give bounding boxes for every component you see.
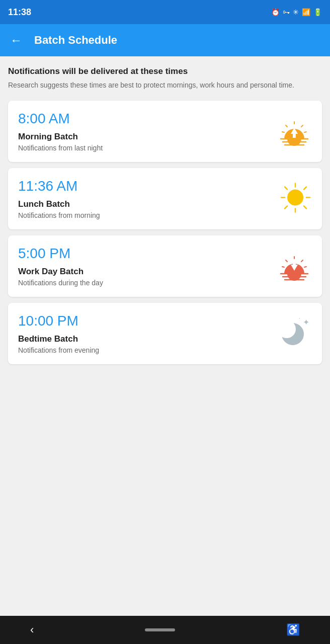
svg-line-10	[282, 132, 284, 132]
svg-line-9	[304, 132, 306, 132]
accessibility-button[interactable]: ♿	[286, 623, 300, 636]
svg-rect-26	[293, 261, 296, 265]
morning-batch-card[interactable]: 8:00 AM Morning Batch Notifications from…	[8, 101, 322, 162]
svg-line-18	[285, 206, 287, 208]
svg-line-17	[304, 187, 306, 189]
lunch-sun-icon	[279, 181, 312, 216]
morning-sun-icon	[277, 113, 312, 150]
svg-line-16	[304, 206, 306, 208]
svg-line-30	[304, 267, 306, 267]
bedtime-batch-name: Bedtime Batch	[18, 334, 312, 344]
morning-batch-desc: Notifications from last night	[18, 144, 312, 152]
workday-batch-time: 5:00 PM	[18, 246, 312, 262]
svg-rect-5	[293, 134, 296, 138]
svg-text:·: ·	[299, 315, 300, 321]
status-icons: ⏰ 🗝 ✳ 📶 🔋	[271, 8, 322, 16]
moon-icon: ✦ ·	[277, 315, 312, 352]
svg-text:✦: ✦	[303, 318, 309, 327]
svg-line-31	[282, 267, 284, 267]
home-indicator[interactable]	[145, 628, 175, 631]
intro-subtext: Research suggests these times are best t…	[8, 80, 322, 91]
workday-batch-name: Work Day Batch	[18, 267, 312, 277]
status-time: 11:38	[8, 7, 31, 18]
battery-icon: 🔋	[313, 8, 322, 16]
svg-line-29	[286, 260, 287, 262]
back-nav-button[interactable]: ‹	[30, 623, 34, 636]
main-content: Notifications will be delivered at these…	[0, 56, 330, 380]
alarm-icon: ⏰	[271, 8, 280, 16]
lunch-batch-desc: Notifications from morning	[18, 211, 312, 219]
bedtime-batch-desc: Notifications from evening	[18, 346, 312, 354]
lunch-batch-name: Lunch Batch	[18, 199, 312, 209]
workday-batch-desc: Notifications during the day	[18, 279, 312, 287]
back-button[interactable]: ←	[8, 31, 24, 49]
signal-icon: 📶	[302, 8, 310, 16]
evening-sun-icon	[277, 248, 312, 285]
bedtime-batch-time: 10:00 PM	[18, 313, 312, 329]
svg-line-15	[285, 187, 287, 189]
svg-line-7	[301, 125, 303, 127]
svg-line-8	[286, 125, 287, 127]
morning-batch-time: 8:00 AM	[18, 111, 312, 127]
bluetooth-icon: ✳	[293, 8, 299, 16]
status-bar: 11:38 ⏰ 🗝 ✳ 📶 🔋	[0, 0, 330, 24]
lunch-batch-time: 11:36 AM	[18, 178, 312, 194]
key-icon: 🗝	[283, 8, 290, 16]
svg-line-28	[301, 260, 303, 262]
svg-point-19	[287, 189, 303, 205]
bedtime-batch-card[interactable]: 10:00 PM Bedtime Batch Notifications fro…	[8, 303, 322, 364]
bottom-nav: ‹ ♿	[0, 616, 330, 644]
app-bar: ← Batch Schedule	[0, 24, 330, 56]
morning-batch-name: Morning Batch	[18, 132, 312, 142]
lunch-batch-card[interactable]: 11:36 AM Lunch Batch Notifications from …	[8, 168, 322, 229]
app-bar-title: Batch Schedule	[34, 34, 117, 47]
svg-point-33	[278, 320, 296, 338]
intro-section: Notifications will be delivered at these…	[8, 66, 322, 91]
intro-heading: Notifications will be delivered at these…	[8, 66, 322, 76]
workday-batch-card[interactable]: 5:00 PM Work Day Batch Notifications dur…	[8, 235, 322, 297]
